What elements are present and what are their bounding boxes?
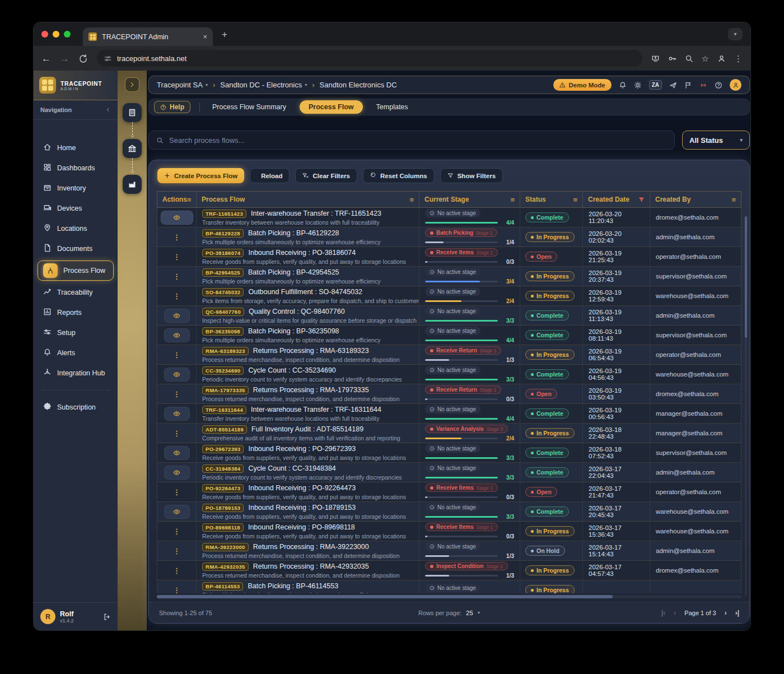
table-row[interactable]: QC-98407760Quality Control : QC-98407760… [157, 306, 741, 326]
sidebar-item-inventory[interactable]: Inventory [38, 178, 114, 198]
next-page-icon[interactable]: › [725, 609, 727, 617]
notifications-bell-icon[interactable] [619, 81, 627, 89]
rows-per-page-value[interactable]: 25 [466, 610, 473, 616]
reload-button[interactable]: Reload [250, 168, 290, 183]
reload-icon[interactable] [78, 54, 88, 63]
table-row[interactable]: PO-18789153Inbound Receiving : PO-187891… [157, 502, 741, 522]
sort-icon[interactable] [638, 197, 645, 203]
sidebar-item-traceability[interactable]: Traceability [38, 282, 114, 303]
flag-icon[interactable] [684, 81, 692, 89]
sidebar-item-dashboards[interactable]: Dashboards [38, 158, 114, 178]
vertical-scrollbar[interactable] [745, 216, 747, 596]
sidebar-item-setup[interactable]: Setup [38, 323, 114, 343]
menu-icon[interactable]: ≡ [573, 196, 577, 203]
breadcrumb-item[interactable]: Sandton Electronics DC [320, 81, 397, 89]
user-avatar-icon[interactable] [730, 79, 741, 91]
table-row[interactable]: ⋮BP-46114553Batch Picking : BP-46114553P… [157, 580, 741, 593]
tab-search-button[interactable]: ▾ [728, 28, 743, 40]
column-header-created-by[interactable]: Created By≡ [650, 192, 741, 207]
table-row[interactable]: ⋮BP-42954525Batch Picking : BP-42954525P… [157, 267, 741, 286]
sidebar-item-alerts[interactable]: Alerts [38, 343, 114, 363]
clear-filters-button[interactable]: Clear Filters [295, 168, 357, 183]
menu-icon[interactable]: ≡ [510, 196, 515, 203]
menu-icon[interactable]: ≡ [731, 196, 736, 203]
view-button[interactable] [164, 407, 190, 421]
table-row[interactable]: ⋮PO-92264473Inbound Receiving : PO-92264… [157, 482, 741, 502]
row-menu-button[interactable]: ⋮ [173, 566, 180, 575]
broadcast-recording-icon[interactable] [699, 81, 707, 89]
last-page-icon[interactable]: ›| [735, 609, 739, 617]
horizontal-scrollbar[interactable] [157, 595, 741, 598]
row-menu-button[interactable]: ⋮ [173, 292, 180, 300]
tab-process-flow[interactable]: Process Flow [300, 100, 363, 114]
table-row[interactable]: ⋮RMA-63189323Returns Processing : RMA-63… [157, 345, 741, 365]
new-tab-button[interactable]: + [222, 30, 227, 39]
logout-icon[interactable] [103, 613, 111, 621]
row-menu-button[interactable]: ⋮ [173, 527, 180, 536]
sidebar-item-home[interactable]: Home [38, 138, 114, 158]
site-level-button[interactable] [123, 139, 142, 158]
chevron-down-icon[interactable]: ▾ [478, 611, 480, 615]
view-button[interactable] [164, 466, 190, 480]
view-button[interactable] [164, 368, 190, 382]
table-row[interactable]: BP-36235098Batch Picking : BP-36235098Pi… [157, 326, 741, 345]
row-menu-button[interactable]: ⋮ [173, 488, 180, 496]
view-button[interactable] [164, 309, 190, 323]
tab-templates[interactable]: Templates [373, 101, 412, 113]
forward-icon[interactable]: → [60, 54, 69, 63]
row-menu-button[interactable]: ⋮ [173, 390, 180, 398]
view-button[interactable] [164, 505, 190, 519]
help-circle-icon[interactable] [715, 81, 722, 89]
row-menu-button[interactable]: ⋮ [173, 429, 180, 438]
column-header-actions[interactable]: Actions≡ [157, 192, 197, 207]
browser-tab[interactable]: TRACEPOINT Admin × [83, 27, 213, 46]
table-row[interactable]: ⋮RMA-42932035Returns Processing : RMA-42… [157, 561, 741, 580]
view-button[interactable] [161, 211, 193, 225]
reset-columns-button[interactable]: Reset Columns [363, 168, 435, 183]
theme-sun-icon[interactable] [634, 81, 642, 89]
maximize-window-button[interactable] [64, 31, 71, 38]
view-button[interactable] [164, 328, 190, 342]
quick-launch-icon[interactable] [669, 81, 677, 89]
table-row[interactable]: ⋮ADT-85514189Full Inventory Audit : ADT-… [157, 424, 741, 443]
table-row[interactable]: TRF-11651423Inter-warehouse Transfer : T… [157, 208, 741, 227]
row-menu-button[interactable]: ⋮ [173, 233, 180, 241]
sidebar-item-devices[interactable]: Devices [38, 198, 114, 219]
table-row[interactable]: ⋮RMA-39223000Returns Processing : RMA-39… [157, 541, 741, 561]
bookmark-star-icon[interactable]: ☆ [702, 54, 709, 63]
column-header-process-flow[interactable]: Process Flow≡ [197, 192, 419, 207]
sidebar-item-process-flow[interactable]: Process Flow [38, 261, 114, 281]
previous-page-icon[interactable]: ‹ [674, 609, 676, 617]
row-menu-button[interactable]: ⋮ [173, 272, 180, 281]
menu-icon[interactable]: ≡ [187, 196, 192, 203]
sidebar-item-locations[interactable]: Locations [38, 219, 114, 239]
browser-profile-icon[interactable] [717, 54, 726, 63]
help-button[interactable]: Help [154, 101, 190, 113]
row-menu-button[interactable]: ⋮ [173, 351, 180, 359]
table-row[interactable]: ⋮SO-84745032Outbound Fulfillment : SO-84… [157, 286, 741, 306]
table-row[interactable]: TRF-16311644Inter-warehouse Transfer : T… [157, 404, 741, 424]
browser-menu-icon[interactable]: ⋮ [734, 54, 743, 63]
row-menu-button[interactable]: ⋮ [173, 547, 180, 555]
close-window-button[interactable] [41, 31, 48, 38]
column-header-created-date[interactable]: Created Date [583, 192, 650, 207]
warehouse-level-button[interactable] [123, 175, 142, 194]
table-row[interactable]: ⋮PO-89698118Inbound Receiving : PO-89698… [157, 522, 741, 541]
show-filters-button[interactable]: Show Filters [440, 168, 503, 183]
window-controls[interactable] [41, 31, 71, 38]
column-header-current-stage[interactable]: Current Stage≡ [419, 192, 520, 207]
install-app-icon[interactable] [651, 54, 660, 63]
status-filter-dropdown[interactable]: All Status ▾ [682, 131, 750, 150]
search-input[interactable] [169, 136, 667, 145]
search-page-icon[interactable] [685, 54, 693, 63]
sidebar-item-documents[interactable]: Documents [38, 239, 114, 259]
organization-level-button[interactable] [123, 103, 142, 122]
table-row[interactable]: ⋮BP-46129228Batch Picking : BP-46129228P… [157, 227, 741, 247]
url-bar[interactable]: tracepoint.sethala.net [97, 50, 642, 67]
row-menu-button[interactable]: ⋮ [173, 586, 180, 594]
tab-process-flow-summary[interactable]: Process Flow Summary [209, 101, 290, 113]
table-row[interactable]: CC-35234690Cycle Count : CC-35234690Peri… [157, 365, 741, 384]
first-page-icon[interactable]: |‹ [661, 609, 665, 617]
view-button[interactable] [164, 446, 190, 460]
expand-rail-button[interactable] [125, 77, 139, 92]
